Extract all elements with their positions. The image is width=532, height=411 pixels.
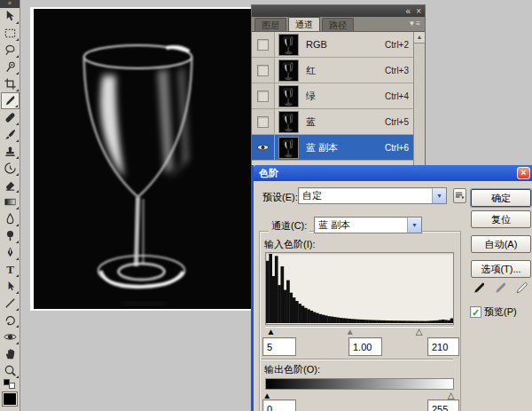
channel-shortcut: Ctrl+3 bbox=[385, 66, 409, 75]
input-white-field[interactable] bbox=[427, 337, 459, 356]
line-tool-icon[interactable] bbox=[1, 295, 20, 312]
divider bbox=[262, 359, 453, 360]
scroll-up-arrow-icon[interactable]: ▲ bbox=[414, 32, 425, 43]
output-levels-label: 输出色阶(O): bbox=[264, 363, 320, 376]
input-white-slider[interactable]: △ bbox=[416, 327, 423, 336]
channel-thumbnail bbox=[278, 85, 299, 107]
visibility-empty-box bbox=[257, 91, 269, 102]
channel-row-blue-copy[interactable]: 蓝 副本 Ctrl+6 bbox=[252, 135, 425, 161]
dialog-close-icon[interactable]: × bbox=[517, 167, 530, 179]
visibility-toggle[interactable] bbox=[252, 109, 275, 134]
gray-point-eyedropper-icon[interactable] bbox=[493, 281, 508, 296]
wine-glass-image bbox=[34, 9, 251, 309]
default-colors-icon[interactable] bbox=[1, 379, 20, 390]
channel-shortcut: Ctrl+4 bbox=[385, 91, 409, 101]
input-gamma-slider[interactable]: ▲ bbox=[346, 327, 355, 336]
preset-label: 预设(E): bbox=[262, 191, 298, 204]
panel-scrollbar[interactable]: ▲ bbox=[413, 32, 425, 165]
history-brush-tool-icon[interactable] bbox=[1, 160, 20, 177]
input-gamma-field[interactable] bbox=[348, 337, 382, 356]
quick-selection-tool-icon[interactable] bbox=[1, 59, 20, 75]
dialog-title: 色阶 bbox=[259, 167, 278, 180]
blur-tool-icon[interactable] bbox=[1, 210, 20, 227]
eraser-tool-icon[interactable] bbox=[1, 177, 20, 194]
move-tool-icon[interactable] bbox=[1, 8, 20, 25]
foreground-color-swatch[interactable] bbox=[2, 391, 18, 407]
levels-dialog: 色阶 × 预设(E): 自定 ▼ 通道(C): 蓝 副本 ▼ 输入色阶(I): bbox=[251, 165, 532, 411]
path-selection-tool-icon[interactable] bbox=[1, 278, 20, 295]
input-slider-track: ▲ ▲ △ bbox=[265, 326, 454, 337]
visibility-toggle[interactable] bbox=[252, 83, 275, 108]
input-black-slider[interactable]: ▲ bbox=[266, 327, 275, 336]
tab-paths[interactable]: 路径 bbox=[322, 18, 354, 31]
channel-dropdown[interactable]: 蓝 副本 ▼ bbox=[314, 217, 422, 233]
output-gradient-bar bbox=[265, 378, 454, 390]
channel-row-rgb[interactable]: RGB Ctrl+2 bbox=[252, 32, 425, 58]
healing-brush-tool-icon[interactable] bbox=[1, 109, 20, 126]
channel-row-blue[interactable]: 蓝 Ctrl+5 bbox=[252, 109, 425, 135]
canvas-image[interactable] bbox=[34, 9, 251, 309]
output-black-field[interactable] bbox=[262, 399, 296, 411]
visibility-toggle[interactable] bbox=[252, 135, 275, 160]
eye-icon bbox=[256, 143, 270, 152]
document-window bbox=[30, 7, 251, 311]
lasso-tool-icon[interactable] bbox=[1, 42, 20, 59]
gradient-tool-icon[interactable] bbox=[1, 194, 20, 210]
channel-value: 蓝 副本 bbox=[315, 218, 407, 232]
brush-tool-icon[interactable] bbox=[1, 126, 20, 143]
dialog-titlebar[interactable]: 色阶 × bbox=[254, 165, 532, 181]
preview-checkbox[interactable]: ✓ bbox=[470, 306, 481, 318]
slider-groove bbox=[265, 326, 454, 328]
auto-button[interactable]: 自动(A) bbox=[471, 235, 531, 253]
3d-orbit-tool-icon[interactable] bbox=[1, 328, 20, 345]
chevron-down-icon[interactable]: ▼ bbox=[432, 188, 446, 203]
white-point-eyedropper-icon[interactable] bbox=[514, 281, 529, 296]
preset-dropdown[interactable]: 自定 ▼ bbox=[298, 187, 447, 204]
reset-button[interactable]: 复位 bbox=[471, 210, 531, 228]
options-button[interactable]: 选项(T)... bbox=[471, 260, 531, 278]
black-point-eyedropper-icon[interactable] bbox=[472, 281, 487, 296]
preset-value: 自定 bbox=[299, 189, 432, 202]
histogram bbox=[265, 252, 454, 325]
ok-button[interactable]: 确定 bbox=[471, 189, 531, 207]
zoom-tool-icon[interactable] bbox=[1, 362, 20, 379]
3d-rotate-tool-icon[interactable] bbox=[1, 312, 20, 328]
rectangular-marquee-tool-icon[interactable] bbox=[1, 25, 20, 42]
channel-label: 红 bbox=[306, 64, 385, 77]
input-levels-label: 输入色阶(I): bbox=[264, 238, 315, 251]
hand-tool-icon[interactable] bbox=[1, 345, 20, 362]
crop-tool-icon[interactable] bbox=[1, 75, 20, 92]
panel-collapse-icon[interactable]: « bbox=[406, 7, 411, 16]
tab-channels[interactable]: 通道 bbox=[288, 17, 320, 31]
output-slider-track: ▲ △ bbox=[265, 391, 454, 399]
channel-row-red[interactable]: 红 Ctrl+3 bbox=[252, 58, 425, 83]
output-white-field[interactable] bbox=[427, 399, 459, 411]
channel-thumbnail bbox=[278, 111, 299, 133]
channel-shortcut: Ctrl+5 bbox=[385, 117, 409, 127]
pen-tool-icon[interactable] bbox=[1, 244, 20, 261]
tool-palette: « T bbox=[0, 0, 20, 411]
panel-menu-icon[interactable]: ▼≡ bbox=[408, 20, 421, 28]
channel-label: 通道(C): bbox=[269, 219, 309, 233]
clone-stamp-tool-icon[interactable] bbox=[1, 143, 20, 160]
photoshop-workspace: « T « × 图 bbox=[0, 0, 532, 411]
eyedropper-group bbox=[472, 281, 529, 296]
input-black-field[interactable] bbox=[262, 337, 296, 356]
panel-close-icon[interactable]: × bbox=[416, 7, 421, 16]
visibility-toggle[interactable] bbox=[252, 32, 275, 57]
chevron-down-icon[interactable]: ▼ bbox=[407, 217, 421, 233]
channel-row-green[interactable]: 绿 Ctrl+4 bbox=[252, 83, 425, 109]
channel-label: 绿 bbox=[306, 90, 385, 103]
channels-panel: « × 图层 通道 路径 ▼≡ RGB Ctrl+2 红 Ctrl+3 bbox=[251, 4, 426, 166]
channel-thumbnail bbox=[278, 34, 299, 56]
preview-option[interactable]: ✓ 预览(P) bbox=[470, 305, 517, 319]
type-tool-icon[interactable]: T bbox=[1, 261, 20, 278]
tab-layers[interactable]: 图层 bbox=[254, 18, 286, 31]
preset-options-icon[interactable] bbox=[453, 188, 466, 203]
toolbar-collapse-icon[interactable]: « bbox=[0, 0, 20, 8]
visibility-empty-box bbox=[257, 65, 269, 76]
visibility-toggle[interactable] bbox=[252, 58, 275, 83]
eyedropper-tool-icon[interactable] bbox=[1, 92, 20, 109]
channel-shortcut: Ctrl+6 bbox=[385, 143, 409, 153]
dodge-tool-icon[interactable] bbox=[1, 227, 20, 244]
